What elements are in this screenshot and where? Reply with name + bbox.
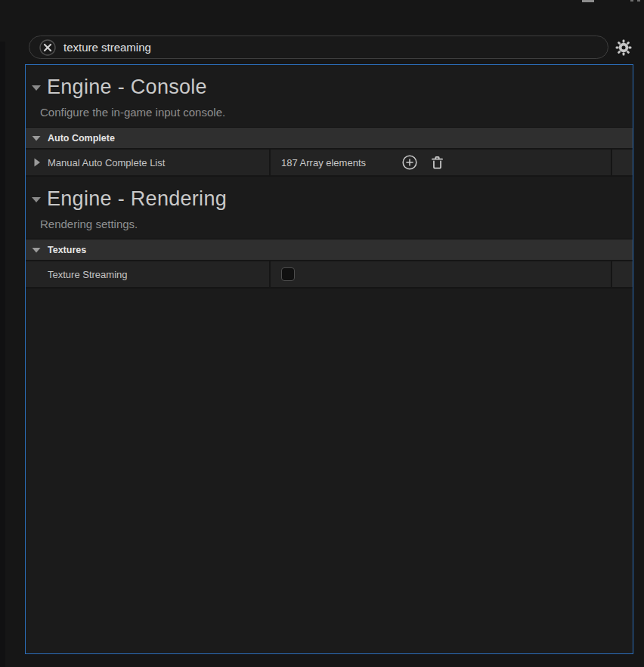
category-header-auto-complete[interactable]: Auto Complete: [26, 127, 633, 150]
trash-icon: [429, 155, 445, 171]
category-label: Textures: [48, 245, 86, 255]
search-settings-button[interactable]: [612, 37, 635, 58]
section-title: Engine - Rendering: [47, 187, 227, 211]
property-label: Manual Auto Complete List: [48, 157, 165, 168]
category-label: Auto Complete: [48, 133, 115, 144]
search-input[interactable]: [63, 41, 599, 54]
section-header-engine-console[interactable]: Engine - Console: [26, 65, 633, 99]
property-label: Texture Streaming: [48, 269, 128, 280]
texture-streaming-checkbox[interactable]: [281, 267, 295, 281]
property-name-cell: Texture Streaming: [26, 261, 269, 287]
section-subtitle: Rendering settings.: [40, 218, 633, 230]
property-row-texture-streaming: Texture Streaming: [26, 261, 633, 289]
section-engine-console: Engine - Console Configure the in-game i…: [26, 65, 633, 127]
property-value-cell: [271, 261, 611, 287]
panel-empty-area: [26, 289, 633, 653]
row-reset-column: [612, 261, 633, 287]
category-header-textures[interactable]: Textures: [26, 239, 633, 261]
add-array-element-button[interactable]: [401, 153, 419, 171]
triangle-right-icon[interactable]: [33, 158, 41, 167]
row-reset-column: [612, 150, 633, 175]
triangle-down-icon: [31, 196, 42, 203]
triangle-down-icon: [32, 135, 41, 141]
property-row-manual-auto-complete-list: Manual Auto Complete List 187 Array elem…: [26, 150, 633, 177]
gear-icon: [615, 39, 633, 57]
close-icon-partial: [630, 0, 633, 2]
array-elements-count: 187 Array elements: [281, 157, 366, 168]
delete-array-elements-button[interactable]: [428, 153, 446, 171]
window-tab-icon-partial: [582, 0, 594, 2]
plus-circle-icon: [401, 154, 418, 171]
clear-search-button[interactable]: [39, 39, 57, 57]
section-subtitle: Configure the in-game input console.: [40, 106, 633, 119]
window-edge-strip: [0, 42, 5, 667]
section-title: Engine - Console: [47, 76, 207, 99]
property-value-cell: 187 Array elements: [271, 150, 611, 175]
section-engine-rendering: Engine - Rendering Rendering settings.: [26, 177, 633, 239]
close-icon-partial: [637, 0, 640, 2]
circled-x-icon: [39, 39, 57, 57]
property-name-cell: Manual Auto Complete List: [26, 150, 269, 175]
triangle-down-icon: [32, 247, 41, 253]
settings-results-panel: Engine - Console Configure the in-game i…: [25, 64, 633, 654]
settings-search-bar[interactable]: [29, 36, 608, 59]
section-header-engine-rendering[interactable]: Engine - Rendering: [26, 177, 633, 211]
triangle-down-icon: [31, 84, 42, 91]
